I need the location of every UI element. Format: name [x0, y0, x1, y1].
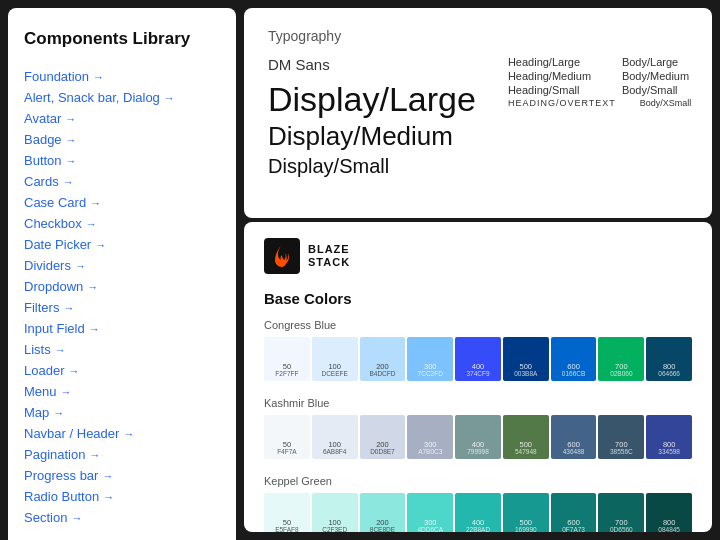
arrow-icon: → [61, 386, 72, 398]
swatch-hex: 799998 [467, 449, 489, 456]
type-row-1: Heading/Large Body/Large [508, 56, 708, 68]
sidebar-item-navbar[interactable]: Navbar / Header → [24, 423, 220, 444]
color-swatch-100: 100DCEEFE [312, 337, 358, 381]
color-swatch-500: 500169990 [503, 493, 549, 532]
color-swatches: 50F2F7FF100DCEEFE200B4DCFD3007CC2FD40037… [264, 337, 692, 381]
sidebar-item-label-radio-button: Radio Button [24, 489, 99, 504]
sidebar-item-case-card[interactable]: Case Card → [24, 192, 220, 213]
sidebar-item-dropdown[interactable]: Dropdown → [24, 276, 220, 297]
body-medium-label: Body/Medium [622, 70, 689, 82]
arrow-icon: → [87, 281, 98, 293]
typography-content: DM Sans Display/Large Display/Medium Dis… [268, 56, 688, 177]
color-swatch-400: 40022B8AD [455, 493, 501, 532]
arrow-icon: → [75, 260, 86, 272]
sidebar-item-label-date-picker: Date Picker [24, 237, 91, 252]
color-swatches: 50E5FAF8100C2F3ED2008CE8DE3004DD6CA40022… [264, 493, 692, 532]
color-swatch-200: 200D0D8E7 [360, 415, 406, 459]
type-scale-left: DM Sans Display/Large Display/Medium Dis… [268, 56, 476, 177]
swatch-hex: F4F7A [277, 449, 297, 456]
display-medium-label: Display/Medium [268, 122, 476, 151]
color-swatch-50: 50F4F7A [264, 415, 310, 459]
sidebar-item-label-menu: Menu [24, 384, 57, 399]
color-group-congress-blue: Congress Blue50F2F7FF100DCEEFE200B4DCFD3… [264, 319, 692, 381]
color-swatch-500: 500003B8A [503, 337, 549, 381]
sidebar-item-lists[interactable]: Lists → [24, 339, 220, 360]
sidebar-item-radio-button[interactable]: Radio Button → [24, 486, 220, 507]
sidebar-item-checkbox[interactable]: Checkbox → [24, 213, 220, 234]
swatch-hex: 6AB8F4 [323, 449, 347, 456]
sidebar-item-pagination[interactable]: Pagination → [24, 444, 220, 465]
typography-panel: Typography DM Sans Display/Large Display… [244, 8, 712, 218]
sidebar-item-date-picker[interactable]: Date Picker → [24, 234, 220, 255]
arrow-icon: → [89, 323, 100, 335]
arrow-icon: → [66, 134, 77, 146]
color-swatch-700: 70038556C [598, 415, 644, 459]
sidebar-item-section[interactable]: Section → [24, 507, 220, 528]
swatch-hex: 064666 [658, 371, 680, 378]
swatch-hex: 0F7A73 [562, 527, 585, 533]
body-xsmall-label: Body/XSmall [640, 98, 692, 108]
arrow-icon: → [53, 407, 64, 419]
sidebar-item-foundation[interactable]: Foundation → [24, 66, 220, 87]
sidebar-item-label-alert: Alert, Snack bar, Dialog [24, 90, 160, 105]
blaze-header: BLAZE STACK [264, 238, 692, 274]
heading-small-label: Heading/Small [508, 84, 598, 96]
sidebar-item-label-button: Button [24, 153, 62, 168]
colors-panel: BLAZE STACK Base Colors Congress Blue50F… [244, 222, 712, 532]
sidebar-item-label-navbar: Navbar / Header [24, 426, 119, 441]
color-swatch-200: 200B4DCFD [360, 337, 406, 381]
sidebar-item-button[interactable]: Button → [24, 150, 220, 171]
color-group-kashmir-blue: Kashmir Blue50F4F7A1006AB8F4200D0D8E7300… [264, 397, 692, 459]
sidebar-item-map[interactable]: Map → [24, 402, 220, 423]
swatch-hex: C2F3ED [322, 527, 347, 533]
sidebar-item-label-case-card: Case Card [24, 195, 86, 210]
sidebar-item-dividers[interactable]: Dividers → [24, 255, 220, 276]
font-name: DM Sans [268, 56, 476, 73]
sidebar-item-badge[interactable]: Badge → [24, 129, 220, 150]
arrow-icon: → [65, 113, 76, 125]
swatch-hex: 38556C [610, 449, 633, 456]
type-row-2: Heading/Medium Body/Medium [508, 70, 708, 82]
swatch-hex: D0D8E7 [370, 449, 395, 456]
sidebar-item-menu[interactable]: Menu → [24, 381, 220, 402]
sidebar-item-alert[interactable]: Alert, Snack bar, Dialog → [24, 87, 220, 108]
color-swatch-400: 400799998 [455, 415, 501, 459]
sidebar-item-label-loader: Loader [24, 363, 64, 378]
sidebar-item-input-field[interactable]: Input Field → [24, 318, 220, 339]
swatch-hex: DCEEFE [321, 371, 347, 378]
swatch-hex: 02B060 [610, 371, 632, 378]
arrow-icon: → [90, 197, 101, 209]
sidebar-title: Components Library [24, 28, 220, 50]
swatch-hex: 003B8A [514, 371, 537, 378]
type-row-3: Heading/Small Body/Small [508, 84, 708, 96]
color-swatch-200: 2008CE8DE [360, 493, 406, 532]
color-group-label: Kashmir Blue [264, 397, 692, 409]
sidebar-item-label-input-field: Input Field [24, 321, 85, 336]
color-swatch-800: 800064666 [646, 337, 692, 381]
swatch-hex: 7CC2FD [418, 371, 443, 378]
arrow-icon: → [55, 344, 66, 356]
body-small-label: Body/Small [622, 84, 678, 96]
color-swatch-600: 600436488 [551, 415, 597, 459]
sidebar-item-filters[interactable]: Filters → [24, 297, 220, 318]
swatch-hex: 169990 [515, 527, 537, 533]
color-swatch-600: 6000166CB [551, 337, 597, 381]
arrow-icon: → [102, 470, 113, 482]
swatch-hex: B4DCFD [369, 371, 395, 378]
arrow-icon: → [86, 218, 97, 230]
sidebar-item-label-checkbox: Checkbox [24, 216, 82, 231]
heading-large-label: Heading/Large [508, 56, 598, 68]
sidebar-item-label-progress-bar: Progress bar [24, 468, 98, 483]
color-group-keppel-green: Keppel Green50E5FAF8100C2F3ED2008CE8DE30… [264, 475, 692, 532]
sidebar-item-progress-bar[interactable]: Progress bar → [24, 465, 220, 486]
blaze-stack-logo [264, 238, 300, 274]
color-swatch-700: 70002B060 [598, 337, 644, 381]
sidebar-item-loader[interactable]: Loader → [24, 360, 220, 381]
base-colors-title: Base Colors [264, 290, 692, 307]
color-swatch-800: 800334598 [646, 415, 692, 459]
sidebar-item-label-filters: Filters [24, 300, 59, 315]
sidebar-item-label-map: Map [24, 405, 49, 420]
sidebar-item-label-foundation: Foundation [24, 69, 89, 84]
sidebar-item-cards[interactable]: Cards → [24, 171, 220, 192]
sidebar-item-avatar[interactable]: Avatar → [24, 108, 220, 129]
